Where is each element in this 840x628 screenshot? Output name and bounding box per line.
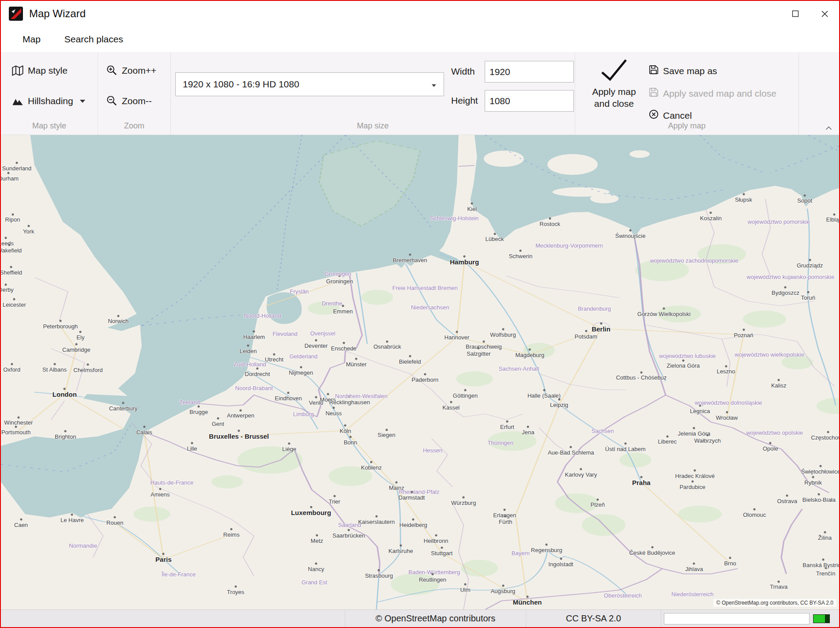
title-bar: Map Wizard (1, 1, 839, 26)
menu-item-map[interactable]: Map (23, 34, 41, 45)
group-label-map-style: Map style (1, 121, 98, 131)
check-icon (599, 76, 629, 83)
hillshading-button[interactable]: Hillshading (11, 95, 85, 107)
status-license: CC BY-SA 2.0 (526, 610, 661, 627)
height-input[interactable] (485, 90, 574, 112)
map-size-preset-dropdown[interactable]: 1920 x 1080 - 16:9 HD 1080 (175, 72, 444, 96)
zoom-out-icon (106, 95, 118, 107)
status-green-indicator (813, 614, 830, 623)
width-label: Width (451, 66, 475, 77)
group-map-size: 1920 x 1080 - 16:9 HD 1080 Width Height … (171, 52, 575, 135)
close-button[interactable] (810, 1, 839, 26)
apply-map-and-close-button[interactable]: Apply map and close (583, 57, 645, 109)
window-controls (781, 1, 839, 26)
maximize-button[interactable] (781, 1, 810, 26)
zoom-in-button[interactable]: Zoom++ (106, 64, 156, 76)
group-apply-map: Apply map and close Save map as (575, 52, 799, 135)
map-svg (1, 135, 839, 609)
map-canvas[interactable]: SunderlandDurhamRiponYorkLeedsWakefieldS… (1, 135, 839, 609)
hillshading-icon (11, 95, 24, 107)
save-disabled-icon (648, 86, 659, 100)
group-label-zoom: Zoom (98, 121, 170, 131)
close-icon (821, 10, 829, 18)
window-title: Map Wizard (29, 8, 86, 20)
map-attribution: © OpenStreetMap.org contributors, CC BY-… (713, 599, 836, 607)
height-label: Height (451, 95, 478, 106)
map-style-icon (11, 64, 24, 77)
maximize-icon (792, 10, 799, 17)
chevron-up-icon (825, 126, 832, 130)
status-bar: © OpenStreetMap contributors CC BY-SA 2.… (1, 609, 839, 627)
cancel-button[interactable]: Cancel (648, 109, 692, 122)
width-input[interactable] (485, 61, 574, 83)
hillshading-caret-icon (80, 100, 85, 103)
save-map-as-button[interactable]: Save map as (648, 64, 717, 78)
group-zoom: Zoom++ Zoom-- Zoom (98, 52, 171, 135)
ribbon: Map style Hillshading Map style (1, 52, 839, 135)
dropdown-caret-icon (431, 79, 437, 90)
map-style-button[interactable]: Map style (11, 64, 68, 77)
save-icon (648, 64, 659, 78)
group-spacer (799, 52, 839, 135)
zoom-out-button[interactable]: Zoom-- (106, 95, 152, 107)
status-attribution: © OpenStreetMap contributors (345, 610, 526, 627)
ribbon-collapse-button[interactable] (825, 126, 832, 130)
group-label-apply-map: Apply map (575, 121, 799, 131)
group-map-style: Map style Hillshading Map style (1, 52, 98, 135)
progress-bar (664, 613, 810, 624)
map-wizard-window: Map Wizard Map Search places (0, 0, 840, 628)
app-icon (9, 7, 23, 21)
cancel-icon (648, 109, 659, 122)
menu-bar: Map Search places (1, 26, 839, 52)
apply-saved-map-and-close-button[interactable]: Apply saved map and close (648, 86, 776, 100)
group-label-map-size: Map size (171, 121, 575, 131)
zoom-in-icon (106, 64, 118, 76)
menu-item-search-places[interactable]: Search places (64, 34, 123, 45)
status-spacer (1, 610, 345, 627)
map-size-preset-value: 1920 x 1080 - 16:9 HD 1080 (183, 79, 299, 90)
